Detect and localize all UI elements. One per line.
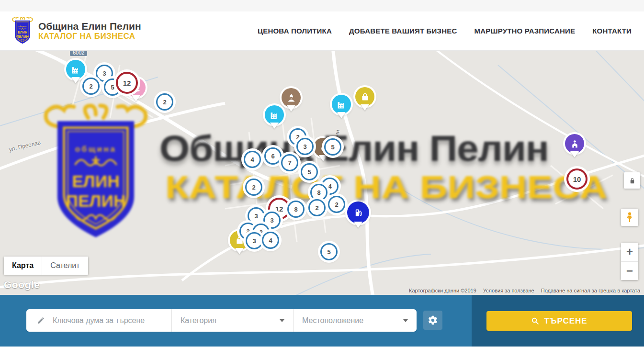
map-cluster-marker[interactable]: 2 <box>156 93 173 111</box>
street-view-pegman[interactable] <box>621 209 638 226</box>
site-title: Община Елин Пелин <box>38 21 141 32</box>
chevron-down-icon <box>280 319 284 322</box>
map-cluster-marker[interactable]: 10 <box>566 168 588 190</box>
map-cluster-marker[interactable]: 3 <box>246 232 263 249</box>
zoom-in-button[interactable]: + <box>621 243 638 262</box>
chevron-down-icon <box>403 319 408 322</box>
map-attribution: Картографски данни ©2019 Условия за полз… <box>409 288 640 293</box>
map-pin-marker-church-icon[interactable] <box>565 134 584 162</box>
map-cluster-marker[interactable]: 3 <box>296 138 314 155</box>
map-cluster-marker[interactable]: 7 <box>281 154 298 171</box>
map-pin-marker-factory-icon[interactable] <box>332 95 351 123</box>
pegman-icon <box>624 212 635 223</box>
nav-item-3[interactable]: МАРШРУТНО РАЗПИСАНИЕ <box>474 27 575 35</box>
keyword-field <box>26 309 171 332</box>
map-cluster-marker[interactable]: 5 <box>320 243 338 260</box>
search-icon <box>531 317 539 325</box>
gear-icon <box>428 315 438 325</box>
search-button[interactable]: ТЪРСЕНЕ <box>486 311 632 331</box>
map-cluster-marker[interactable]: 2 <box>245 179 262 196</box>
main-nav: ЦЕНОВА ПОЛИТИКАДОБАВЕТЕ ВАШИЯТ БИЗНЕСМАР… <box>258 27 633 35</box>
map-cluster-marker[interactable]: 4 <box>262 232 279 249</box>
search-fields: Категория Местоположение <box>26 309 417 332</box>
google-logo[interactable]: Google <box>4 279 40 291</box>
pencil-icon <box>37 316 45 325</box>
road-label: 6002 <box>70 51 87 56</box>
zoom-control: + − <box>621 243 638 280</box>
map-cluster-marker[interactable]: 8 <box>310 184 328 201</box>
zoom-out-button[interactable]: − <box>621 262 638 280</box>
map-cluster-marker[interactable]: 3 <box>248 207 265 224</box>
site-header: Община Елин Пелин КАТАЛОГ НА БИЗНЕСА ЦЕН… <box>0 11 644 51</box>
map-cluster-marker[interactable]: 6 <box>264 147 282 165</box>
site-subtitle: КАТАЛОГ НА БИЗНЕСА <box>38 32 141 41</box>
map-pin-marker-fuel-icon[interactable] <box>347 201 369 232</box>
search-button-label: ТЪРСЕНЕ <box>544 316 587 326</box>
terms-link[interactable]: Условия за ползване <box>483 288 534 293</box>
map-cluster-marker[interactable]: 2 <box>328 196 345 213</box>
category-select-value: Категория <box>181 316 216 325</box>
municipality-crest-icon <box>11 17 34 45</box>
report-error-link[interactable]: Подаване на сигнал за грешка в картата <box>541 288 640 293</box>
category-select[interactable]: Категория <box>171 309 293 332</box>
map-cluster-marker[interactable]: 5 <box>324 138 341 156</box>
top-strip <box>0 0 644 11</box>
map-cluster-marker[interactable]: 8 <box>287 201 305 218</box>
attribution-text: Картографски данни ©2019 <box>409 288 476 293</box>
map-cluster-marker[interactable]: 5 <box>301 163 318 180</box>
map-cluster-marker[interactable]: 4 <box>244 151 261 168</box>
map-type-map-button[interactable]: Карта <box>4 257 42 275</box>
logo[interactable]: Община Елин Пелин КАТАЛОГ НА БИЗНЕСА <box>11 17 141 45</box>
location-select[interactable]: Местоположение <box>293 309 417 332</box>
location-select-value: Местоположение <box>302 316 363 325</box>
map-pin-marker-worker-icon[interactable] <box>282 88 301 116</box>
nav-item-4[interactable]: КОНТАКТИ <box>592 27 632 35</box>
map-cluster-marker[interactable]: 2 <box>82 78 100 95</box>
advanced-search-button[interactable] <box>423 311 442 330</box>
map-type-control: Карта Сателит <box>4 257 88 275</box>
map-pin-marker-shopping-bag-icon[interactable] <box>355 87 374 115</box>
nav-item-2[interactable]: ДОБАВЕТЕ ВАШИЯТ БИЗНЕС <box>349 27 457 35</box>
nav-item-1[interactable]: ЦЕНОВА ПОЛИТИКА <box>258 27 332 35</box>
map-cluster-marker[interactable]: 2 <box>308 199 326 216</box>
lock-button[interactable] <box>624 172 640 189</box>
search-bar: Категория Местоположение ТЪРСЕНЕ <box>0 295 644 347</box>
map-canvas[interactable]: 6002ул. Преславбул. „Новоселции Община Е… <box>0 51 644 295</box>
map-pin-marker-factory-icon[interactable] <box>265 105 284 133</box>
keyword-input[interactable] <box>52 316 165 325</box>
lock-icon <box>629 177 636 184</box>
logo-text: Община Елин Пелин КАТАЛОГ НА БИЗНЕСА <box>38 21 141 41</box>
map-cluster-marker[interactable]: 12 <box>116 72 138 94</box>
map-type-satellite-button[interactable]: Сателит <box>42 257 88 275</box>
